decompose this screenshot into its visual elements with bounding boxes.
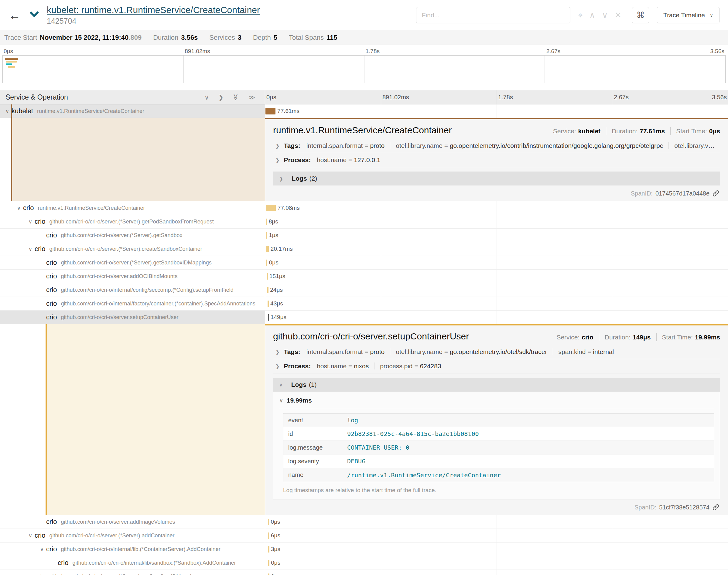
span-timeline-cell[interactable]: 77.61ms [265, 104, 728, 118]
span-row[interactable]: ∨ crio github.com/cri-o/cri-o/server.(*S… [0, 215, 728, 229]
trace-title-link[interactable]: kubelet: runtime.v1.RuntimeService/Creat… [47, 5, 260, 15]
collapse-all-icon[interactable]: ≫ [233, 94, 239, 100]
span-name-cell[interactable]: ∨ crio github.com/cri-o/cri-o/server.(*S… [0, 229, 265, 242]
span-timeline-cell[interactable]: 24μs [265, 283, 728, 297]
process-row[interactable]: ❯ Process: host.name = nixosprocess.pid … [273, 359, 720, 373]
span-timeline-cell[interactable]: 0μs [265, 570, 728, 575]
span-row[interactable]: ∨ crio github.com/cri-o/cri-o/server.add… [0, 515, 728, 529]
span-timeline-cell[interactable]: 8μs [265, 215, 728, 229]
span-timeline-cell[interactable]: 43μs [265, 297, 728, 311]
span-row[interactable]: ∨ crio github.com/cri-o/cri-o/server.(*S… [0, 256, 728, 270]
log-field-value: 92b82381-025c-4a64-815c-ba2e1bb08100 [344, 430, 482, 437]
span-bar[interactable] [267, 273, 268, 280]
span-name-cell[interactable]: ∨ crio github.com/cri-o/cri-o/internal/l… [0, 543, 265, 556]
span-name-cell[interactable]: ∨ kubelet runtime.v1.RuntimeService/Crea… [0, 104, 265, 118]
copy-link-icon[interactable] [712, 504, 720, 511]
span-timeline-cell[interactable]: 6μs [265, 529, 728, 543]
span-bar[interactable] [268, 573, 269, 575]
expander-chevron-icon[interactable]: ∨ [38, 546, 46, 552]
span-row[interactable]: ∨ crio github.com/cri-o/cri-o/server.(*S… [0, 242, 728, 256]
span-name-cell[interactable]: ∨ crio github.com/cri-o/cri-o/server.add… [0, 270, 265, 283]
span-bar[interactable] [266, 260, 267, 266]
keyboard-shortcuts-button[interactable]: ⌘ [632, 7, 649, 23]
span-bar[interactable] [266, 246, 269, 252]
span-timeline-cell[interactable]: 0μs [265, 256, 728, 270]
minimap-canvas[interactable] [2, 55, 726, 83]
span-name-cell[interactable]: ∨ crio github.com/cri-o/cri-o/server.add… [0, 515, 265, 529]
span-timeline-cell[interactable]: 0μs [265, 515, 728, 529]
clear-search-icon[interactable]: ✕ [611, 10, 625, 20]
expander-chevron-icon[interactable]: ∨ [14, 205, 23, 211]
span-name-cell[interactable]: ∨ crio github.com/cri-o/cri-o/server.(*S… [0, 529, 265, 543]
collapse-one-icon[interactable]: ∨ [204, 94, 209, 100]
span-name-cell[interactable]: ∨ crio github.com/cri-o/cri-o/server.(*S… [0, 570, 265, 575]
span-timeline-cell[interactable]: 3μs [265, 543, 728, 556]
service-name: crio [35, 245, 45, 253]
span-bar[interactable] [268, 533, 269, 539]
span-bar[interactable] [266, 232, 267, 239]
expander-chevron-icon[interactable]: ∨ [26, 246, 35, 252]
span-id-label: SpanID: [634, 504, 656, 511]
span-row[interactable]: ∨ crio github.com/cri-o/cri-o/server.set… [0, 311, 728, 324]
service-name: kubelet [11, 107, 33, 115]
span-bar[interactable] [268, 546, 269, 552]
process-row[interactable]: ❯ Process: host.name = 127.0.0.1 [273, 153, 720, 167]
expander-chevron-icon[interactable]: ∨ [26, 218, 35, 225]
span-row[interactable]: ∨ crio github.com/cri-o/cri-o/internal/l… [0, 556, 728, 570]
expander-chevron-icon[interactable]: ∨ [3, 108, 11, 114]
trace-depth: Depth 5 [253, 34, 277, 42]
span-row[interactable]: ∨ kubelet runtime.v1.RuntimeService/Crea… [0, 104, 728, 118]
find-input[interactable] [416, 7, 570, 23]
span-name-cell[interactable]: ∨ crio github.com/cri-o/cri-o/internal/c… [0, 283, 265, 297]
span-timeline-cell[interactable]: 1μs [265, 229, 728, 242]
span-row[interactable]: ∨ crio github.com/cri-o/cri-o/internal/l… [0, 543, 728, 556]
span-row[interactable]: ∨ crio github.com/cri-o/cri-o/internal/c… [0, 283, 728, 297]
span-row[interactable]: ∨ crio runtime.v1.RuntimeService/CreateC… [0, 201, 728, 215]
next-result-icon[interactable]: ∨ [599, 10, 611, 20]
logs-accordion[interactable]: ❯ Logs (2) [273, 172, 720, 185]
span-bar[interactable] [266, 205, 276, 211]
duration-value: 149μs [633, 334, 651, 341]
locate-span-icon[interactable]: ⌖ [575, 11, 586, 20]
total-spans-value: 115 [327, 34, 337, 42]
span-name-cell[interactable]: ∨ crio github.com/cri-o/cri-o/server.(*S… [0, 215, 265, 229]
span-name-cell[interactable]: ∨ crio github.com/cri-o/cri-o/server.(*S… [0, 256, 265, 270]
expand-one-icon[interactable]: ❯ [218, 94, 224, 100]
span-row[interactable]: ∨ crio github.com/cri-o/cri-o/server.add… [0, 270, 728, 283]
span-timeline-cell[interactable]: 20.17ms [265, 242, 728, 256]
span-timeline-cell[interactable]: 0μs [265, 556, 728, 570]
span-row[interactable]: ∨ crio github.com/cri-o/cri-o/server.(*S… [0, 229, 728, 242]
span-row[interactable]: ∨ crio github.com/cri-o/cri-o/server.(*S… [0, 570, 728, 575]
log-entry-accordion[interactable]: ∨ 19.99ms [279, 393, 714, 408]
span-bar[interactable] [268, 301, 269, 307]
span-bar[interactable] [268, 519, 269, 525]
logs-accordion[interactable]: ∨ Logs (1) [273, 378, 720, 392]
span-bar[interactable] [268, 560, 269, 566]
span-bar[interactable] [267, 287, 268, 293]
back-icon[interactable]: ← [8, 8, 21, 22]
tags-row[interactable]: ❯ Tags: internal.span.format = protootel… [273, 139, 720, 153]
span-timeline-cell[interactable]: 77.08ms [265, 201, 728, 215]
span-row[interactable]: ∨ crio github.com/cri-o/cri-o/server.(*S… [0, 529, 728, 543]
service-name: crio [35, 573, 45, 575]
span-name-cell[interactable]: ∨ crio github.com/cri-o/cri-o/internal/l… [0, 556, 265, 570]
expand-all-icon[interactable]: ≫ [249, 94, 255, 100]
span-timeline-cell[interactable]: 151μs [265, 270, 728, 283]
span-name-cell[interactable]: ∨ crio github.com/cri-o/cri-o/server.set… [0, 311, 265, 324]
collapse-trace-header-icon[interactable] [29, 8, 39, 17]
span-bar[interactable] [266, 218, 267, 225]
span-timeline-cell[interactable]: 149μs [265, 311, 728, 324]
log-field-key: log.message [284, 444, 344, 451]
prev-result-icon[interactable]: ∧ [586, 10, 599, 20]
tags-row[interactable]: ❯ Tags: internal.span.format = protootel… [273, 345, 720, 359]
view-type-selector[interactable]: Trace Timeline ∨ [657, 7, 720, 23]
service-name: crio [23, 204, 34, 212]
expander-chevron-icon[interactable]: ∨ [26, 533, 35, 539]
span-bar[interactable] [268, 314, 269, 320]
span-bar[interactable] [265, 108, 275, 114]
span-name-cell[interactable]: ∨ crio github.com/cri-o/cri-o/server.(*S… [0, 242, 265, 256]
span-name-cell[interactable]: ∨ crio github.com/cri-o/cri-o/internal/f… [0, 297, 265, 311]
span-row[interactable]: ∨ crio github.com/cri-o/cri-o/internal/f… [0, 297, 728, 311]
copy-link-icon[interactable] [712, 190, 720, 197]
span-name-cell[interactable]: ∨ crio runtime.v1.RuntimeService/CreateC… [0, 201, 265, 215]
